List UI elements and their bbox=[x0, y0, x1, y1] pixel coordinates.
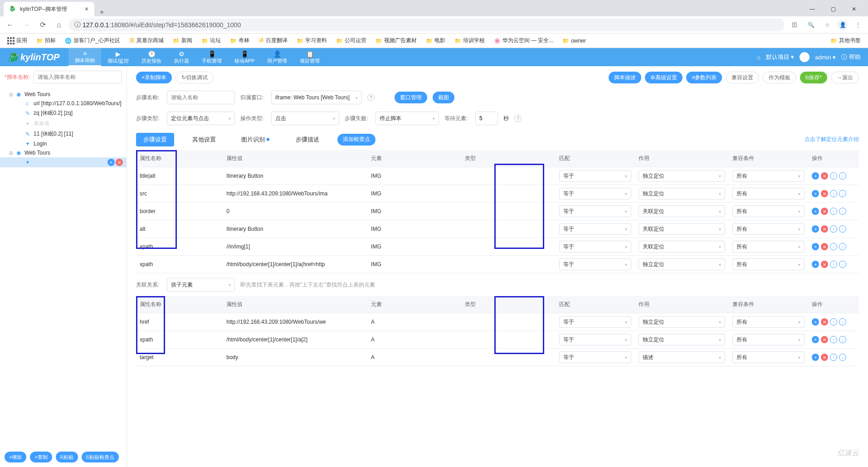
fail-select[interactable]: 停止脚本▾ bbox=[375, 112, 439, 125]
tab-other-settings[interactable]: 其他设置 bbox=[185, 133, 223, 146]
paste-checkpoint-button[interactable]: ⎘粘贴检查点 bbox=[82, 452, 119, 462]
tab-close-icon[interactable]: ✕ bbox=[79, 6, 89, 12]
tree-node[interactable]: ✎11 [休眠0.2] [11] bbox=[0, 129, 127, 139]
relation-select[interactable]: 孩子元素▾ bbox=[167, 278, 235, 292]
bookmark-item[interactable]: 📁owner bbox=[559, 35, 590, 46]
match-select[interactable]: 等于▾ bbox=[559, 351, 631, 363]
tree-toggle-icon[interactable]: ⊟ bbox=[9, 92, 15, 97]
row-add-icon[interactable]: + bbox=[812, 172, 819, 180]
nav-tab[interactable]: 🕐历史报告 bbox=[135, 48, 168, 66]
bookmark-item[interactable]: 📁招标 bbox=[33, 35, 59, 46]
row-delete-icon[interactable]: ✕ bbox=[821, 225, 828, 233]
menu-icon[interactable]: ⋮ bbox=[852, 19, 864, 31]
tree-node[interactable]: ✎zq [休眠0.2] [zq] bbox=[0, 108, 127, 118]
tree-node[interactable]: ✦+✕ bbox=[0, 157, 127, 167]
tab-step-settings[interactable]: 步骤设置 bbox=[136, 133, 174, 146]
nav-tab[interactable]: 📱移动APP bbox=[228, 48, 261, 66]
role-select[interactable]: 独立定位▾ bbox=[639, 188, 725, 199]
row-add-icon[interactable]: + bbox=[812, 208, 819, 215]
star-icon[interactable]: ☆ bbox=[821, 19, 834, 31]
bookmark-item[interactable]: 📁学习资料 bbox=[293, 35, 331, 46]
tree-node[interactable]: ⊟◉Web Tours bbox=[0, 90, 127, 99]
bookmark-item[interactable]: 译百度翻译 bbox=[255, 35, 291, 46]
compat-select[interactable]: 所有▾ bbox=[732, 258, 805, 270]
info-icon[interactable]: ? bbox=[367, 94, 375, 101]
nav-tab[interactable]: ⚙执行器 bbox=[168, 48, 195, 66]
row-up-icon[interactable]: ↑ bbox=[830, 172, 837, 180]
bookmark-item[interactable]: 📁培训学校 bbox=[451, 35, 488, 46]
role-select[interactable]: 独立定位▾ bbox=[639, 334, 725, 345]
minimize-button[interactable]: — bbox=[802, 2, 823, 16]
tree-node[interactable]: ⊟◉Web Tours bbox=[0, 148, 127, 157]
compat-settings-button[interactable]: 兼容设置 bbox=[726, 72, 759, 83]
nav-tab[interactable]: 📋项目管理 bbox=[293, 48, 326, 66]
match-select[interactable]: 等于▾ bbox=[559, 258, 631, 270]
compat-select[interactable]: 所有▾ bbox=[732, 351, 805, 363]
step-type-select[interactable]: 定位元素与点击▾ bbox=[167, 112, 235, 125]
row-down-icon[interactable]: ↓ bbox=[839, 190, 846, 197]
info-icon[interactable]: ? bbox=[514, 115, 522, 122]
home-button[interactable]: ⌂ bbox=[53, 19, 65, 31]
row-add-icon[interactable]: + bbox=[812, 354, 819, 361]
bookmark-item[interactable]: 📁论坛 bbox=[198, 35, 224, 46]
row-down-icon[interactable]: ↓ bbox=[839, 336, 846, 343]
row-down-icon[interactable]: ↓ bbox=[839, 261, 846, 268]
nav-tab[interactable]: ▶测试/监控 bbox=[101, 48, 135, 66]
role-select[interactable]: 独立定位▾ bbox=[639, 170, 725, 182]
profile-icon[interactable]: 👤 bbox=[837, 19, 848, 30]
bookmark-item[interactable]: 📁公司运营 bbox=[332, 35, 370, 46]
row-delete-icon[interactable]: ✕ bbox=[821, 318, 828, 326]
nav-tab[interactable]: 👤用户管理 bbox=[261, 48, 293, 66]
match-select[interactable]: 等于▾ bbox=[559, 241, 631, 253]
other-bookmarks[interactable]: 📁 其他书签 bbox=[827, 35, 864, 46]
row-up-icon[interactable]: ↑ bbox=[830, 208, 837, 215]
save-button[interactable]: ⎘保存* bbox=[800, 72, 827, 83]
compat-select[interactable]: 所有▾ bbox=[732, 334, 805, 345]
compat-select[interactable]: 所有▾ bbox=[732, 170, 805, 182]
switch-debug-button[interactable]: ↻切换调试 bbox=[176, 72, 214, 83]
maximize-button[interactable]: ▢ bbox=[823, 2, 844, 16]
row-down-icon[interactable]: ↓ bbox=[839, 208, 846, 215]
compat-select[interactable]: 所有▾ bbox=[732, 241, 805, 253]
bookmark-item[interactable]: 莫莫塞尔商城 bbox=[126, 35, 167, 46]
bookmark-item[interactable]: 📁电影 bbox=[422, 35, 449, 46]
record-button[interactable]: +录制脚本 bbox=[136, 72, 172, 83]
match-select[interactable]: 等于▾ bbox=[559, 170, 631, 182]
compat-select[interactable]: 所有▾ bbox=[732, 188, 805, 199]
paste-button[interactable]: ⎘粘贴 bbox=[56, 452, 78, 462]
reload-button[interactable]: ⟳ bbox=[36, 19, 49, 31]
browser-tab[interactable]: 🐉 kylinTOP--脚本管理 ✕ bbox=[4, 2, 94, 16]
bookmark-item[interactable]: 🌐游客门户_心声社区 bbox=[61, 35, 124, 46]
role-select[interactable]: 关联定位▾ bbox=[639, 223, 725, 235]
tree-node[interactable]: ✦未命名 bbox=[0, 118, 127, 129]
role-select[interactable]: 描述▾ bbox=[639, 351, 725, 363]
role-select[interactable]: 独立定位▾ bbox=[639, 258, 725, 270]
project-selector[interactable]: 默认项目 ▾ bbox=[766, 53, 795, 61]
row-delete-icon[interactable]: ✕ bbox=[821, 172, 828, 180]
add-checkpoint-button[interactable]: 添加检查点 bbox=[337, 134, 375, 146]
script-name-input[interactable] bbox=[34, 71, 122, 83]
address-bar[interactable]: ⓘ 127.0.0.1:18080/#/uiEdit/step?id=15836… bbox=[69, 19, 785, 31]
script-desc-button[interactable]: 脚本描述 bbox=[609, 72, 641, 83]
role-select[interactable]: 独立定位▾ bbox=[639, 316, 725, 328]
match-select[interactable]: 等于▾ bbox=[559, 316, 631, 328]
row-add-icon[interactable]: + bbox=[812, 190, 819, 197]
tab-step-desc[interactable]: 步骤描述 bbox=[288, 133, 327, 146]
tree-node[interactable]: ✦Login bbox=[0, 139, 127, 148]
window-mgmt-button[interactable]: 窗口管理 bbox=[395, 92, 427, 103]
row-delete-icon[interactable]: ✕ bbox=[821, 208, 828, 215]
row-add-icon[interactable]: + bbox=[812, 318, 819, 326]
tab-image-recognition[interactable]: 图片识别● bbox=[234, 132, 278, 146]
exit-button[interactable]: →退出 bbox=[831, 72, 859, 83]
delete-icon[interactable]: ✕ bbox=[116, 159, 123, 166]
tree-toggle-icon[interactable]: ⊟ bbox=[9, 151, 15, 156]
username[interactable]: admin ▾ bbox=[815, 54, 836, 61]
row-up-icon[interactable]: ↑ bbox=[830, 225, 837, 233]
back-button[interactable]: ← bbox=[4, 19, 16, 31]
row-add-icon[interactable]: + bbox=[812, 243, 819, 250]
bookmark-item[interactable]: 🌸华为云空间 — 安全... bbox=[490, 35, 557, 46]
match-select[interactable]: 等于▾ bbox=[559, 188, 631, 199]
role-select[interactable]: 关联定位▾ bbox=[639, 205, 725, 217]
row-up-icon[interactable]: ↑ bbox=[830, 243, 837, 250]
op-type-select[interactable]: 点击▾ bbox=[271, 112, 339, 125]
